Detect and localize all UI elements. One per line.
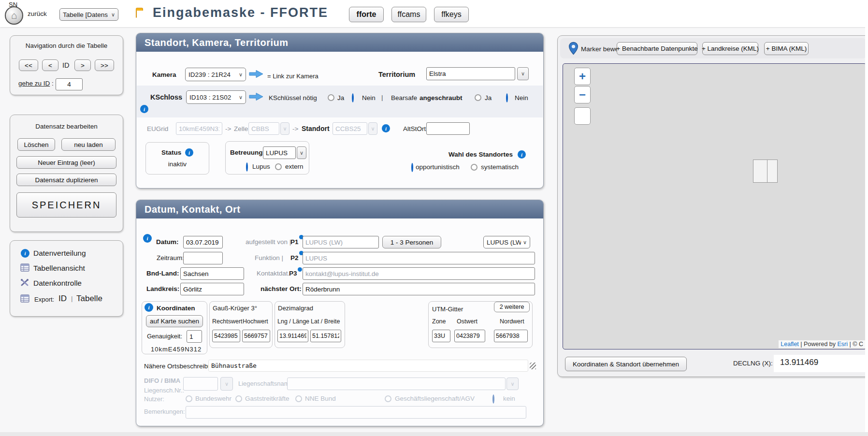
ort-input[interactable] <box>303 283 535 295</box>
esri-link[interactable]: Esri <box>838 341 848 348</box>
datum-info-icon[interactable]: i <box>143 234 152 243</box>
bearsafe-nein-radio[interactable] <box>506 93 508 102</box>
kschluessel-label: KSchlüssel nötig <box>269 94 317 102</box>
kschloss-info-icon[interactable]: i <box>140 105 148 113</box>
home-button[interactable]: ⌂ <box>5 6 23 25</box>
datum-panel-title: Datum, Kontakt, Ort <box>136 200 543 218</box>
map-canvas[interactable]: + − Leaflet | Powered by Esri | © C <box>563 63 867 349</box>
kamera-link-hint: = Link zur Kamera <box>267 73 318 80</box>
standort-info-icon[interactable]: i <box>382 124 390 132</box>
betreuung-dropdown-button[interactable]: ∨ <box>297 146 306 159</box>
kschluessel-ja-label: Ja <box>337 94 344 102</box>
table-select[interactable]: Tabelle [Datens ∨ <box>59 8 118 21</box>
nordwert-input[interactable] <box>494 330 528 342</box>
p2-input[interactable] <box>303 252 535 264</box>
p3-input[interactable] <box>303 267 535 280</box>
chevron-down-icon: ∨ <box>510 381 514 387</box>
tabellenansicht-link[interactable]: Tabellenansicht <box>33 264 85 273</box>
territorium-input[interactable] <box>426 67 515 80</box>
altstort-input[interactable] <box>426 122 470 135</box>
rechtswert-input[interactable] <box>212 330 240 342</box>
zone-input[interactable] <box>432 330 450 342</box>
record-panel: Datensatz bearbeiten Löschen neu laden N… <box>10 115 123 232</box>
status-info-icon[interactable]: i <box>185 148 193 157</box>
kschluessel-nein-radio[interactable] <box>352 93 354 102</box>
app-button-ffkeys[interactable]: ffkeys <box>434 7 469 22</box>
personen-button[interactable]: 1 - 3 Personen <box>382 236 441 248</box>
landkreis-input[interactable] <box>180 283 244 295</box>
reload-button[interactable]: neu laden <box>61 138 116 151</box>
p1-select-value: LUPUS (LW <box>487 239 521 246</box>
zoom-in-button[interactable]: + <box>574 68 591 85</box>
koordinaten-label: Koordinaten <box>157 305 195 312</box>
nav-first-button[interactable]: << <box>19 59 38 71</box>
goto-id-input[interactable] <box>56 78 83 90</box>
genauigkeit-input[interactable] <box>187 330 202 343</box>
p1-select[interactable]: LUPUS (LW ∨ <box>483 236 530 248</box>
datenpunkte-button[interactable]: + Benachbarte Datenpunkte <box>617 42 697 55</box>
gauss-krueger-title: Gauß-Krüger 3° <box>213 305 257 312</box>
navigation-title: Navigation durch die Tabelle <box>10 42 123 49</box>
duplicate-button[interactable]: Datensatz duplizieren <box>16 174 116 186</box>
goto-id-link[interactable]: gehe zu ID <box>18 80 50 87</box>
territorium-dropdown-button[interactable]: ∨ <box>517 67 529 80</box>
datum-input[interactable] <box>183 236 223 248</box>
resize-handle[interactable] <box>530 363 536 369</box>
lng-input[interactable] <box>277 330 308 342</box>
leaflet-link[interactable]: Leaflet <box>781 341 799 348</box>
delete-button[interactable]: Löschen <box>17 138 55 151</box>
betreuung-lupus-radio[interactable] <box>246 162 248 172</box>
back-link[interactable]: zurück <box>28 10 47 17</box>
page-title: Eingabemaske - FFORTE <box>153 5 328 20</box>
p3-info-icon[interactable] <box>298 267 302 272</box>
zeitraum-input[interactable] <box>183 252 223 264</box>
bearsafe-ja-radio[interactable] <box>475 94 481 101</box>
record-title: Datensatz bearbeiten <box>10 123 123 130</box>
datenkontrolle-link[interactable]: Datenkontrolle <box>33 279 82 288</box>
p1-input[interactable] <box>303 236 379 248</box>
app-button-ffcams[interactable]: ffcams <box>391 7 426 22</box>
kschloss-select[interactable]: ID103 : 21S02 ∨ <box>186 90 246 104</box>
export-id-link[interactable]: ID <box>58 294 67 304</box>
home-icon: ⌂ <box>11 10 17 21</box>
app-button-fforte[interactable]: fforte <box>349 7 384 22</box>
zoom-out-button[interactable]: − <box>574 86 591 103</box>
info-icon: i <box>21 249 29 258</box>
kschloss-link-arrow-icon[interactable] <box>249 92 263 101</box>
eugrid-label: EUGrid <box>147 125 168 132</box>
koordinaten-uebernehmen-button[interactable]: Koordinaten & Standort übernehmen <box>565 357 687 371</box>
zeitraum-label: Zeitraum: <box>157 254 184 262</box>
landkreise-kml-button[interactable]: + Landkreise (KML) <box>702 42 758 55</box>
bndland-input[interactable] <box>180 267 244 280</box>
export-table-icon <box>20 294 29 303</box>
kamera-select[interactable]: ID239 : 21R24 ∨ <box>185 68 246 81</box>
betreuung-input[interactable] <box>263 146 296 159</box>
liegenschaftsname-input <box>287 378 506 390</box>
nav-prev-button[interactable]: < <box>42 59 58 71</box>
koordinaten-info-icon[interactable]: i <box>145 303 153 312</box>
wahl-systematisch-radio[interactable] <box>471 164 477 171</box>
utm-weitere-button[interactable]: 2 weitere <box>494 302 530 312</box>
save-button[interactable]: SPEICHERN <box>16 192 116 218</box>
lat-input[interactable] <box>310 330 341 342</box>
top-bar: SN ⌂ zurück Tabelle [Datens ∨ Eingabemas… <box>0 0 868 27</box>
camera-link-arrow-icon[interactable] <box>249 70 263 78</box>
attribution-sep: | <box>850 341 851 348</box>
karte-suchen-button[interactable]: auf Karte suchen <box>146 315 203 327</box>
kschluessel-ja-radio[interactable] <box>328 94 334 101</box>
bima-kml-button[interactable]: + BIMA (KML) <box>764 42 809 55</box>
export-tabelle-link[interactable]: Tabelle <box>76 294 102 304</box>
ostwert-input[interactable] <box>454 330 485 342</box>
hochwert-input[interactable] <box>242 330 270 342</box>
nav-last-button[interactable]: >> <box>95 59 114 71</box>
new-entry-button[interactable]: Neuer Eintrag (leer) <box>16 156 116 169</box>
betreuung-extern-radio[interactable] <box>275 163 282 170</box>
datenverteilung-link[interactable]: Datenverteilung <box>33 249 86 258</box>
ortsbeschreibung-input[interactable] <box>208 360 528 372</box>
wahl-info-icon[interactable]: i <box>518 150 526 159</box>
wahl-opportunistisch-radio[interactable] <box>411 163 413 172</box>
attribution-copyright: © C <box>853 341 863 348</box>
nav-next-button[interactable]: > <box>74 59 91 71</box>
betreuung-extern-label: extern <box>285 163 304 170</box>
map-extra-control[interactable] <box>574 107 591 125</box>
